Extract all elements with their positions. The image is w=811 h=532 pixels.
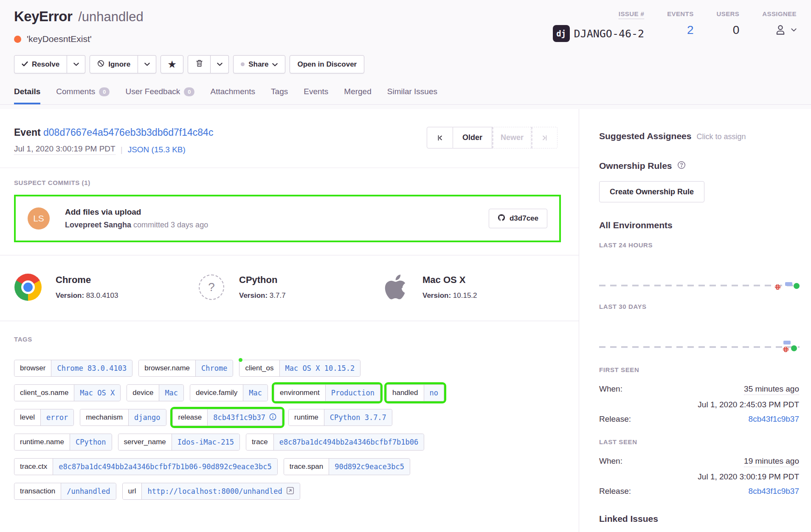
first-seen-relative-time: 35 minutes ago [744,384,799,395]
tag-pill-trace-span: trace.span 90d892c9eace3bc5 [284,458,410,475]
tag-value-link[interactable]: Mac [243,385,268,401]
issue-tabs: Details Comments0 User Feedback0 Attachm… [0,87,811,105]
tags-section: TAGS browser Chrome 83.0.4103 browser.na… [0,321,579,500]
tag-value-link[interactable]: Idos-iMac-215 [172,434,239,450]
info-icon[interactable] [269,413,276,422]
tag-value-link[interactable]: Chrome 83.0.4103 [51,360,132,376]
tag-pill-handled-highlighted: handled no [386,384,444,401]
event-id-link[interactable]: d08d7667e4a5476eb3b3db6d7f14c84c [43,127,213,138]
tag-pill-transaction: transaction /unhandled [14,483,116,500]
first-seen-marker [775,284,780,290]
tag-value-link[interactable]: Mac [159,385,183,401]
tag-value-link[interactable]: Production [326,385,380,401]
tab-comments[interactable]: Comments0 [56,87,110,104]
create-ownership-rule-button[interactable]: Create Ownership Rule [599,181,704,202]
context-runtime: ? CPython Version: 3.7.7 [197,273,381,301]
tag-pill-runtime: runtime CPython 3.7.7 [288,409,392,426]
delete-dropdown-button[interactable] [211,55,229,73]
issue-heading: KeyError /unhandled 'keyDoesntExist' [14,8,144,44]
suggested-assignees-title: Suggested Assignees [599,131,691,141]
ownership-rules-title: Ownership Rules [599,161,672,171]
tag-value-link[interactable]: CPython 3.7.7 [324,409,392,426]
tag-value-link[interactable]: django [129,409,166,426]
last-30-days-sparkline [599,341,800,353]
django-project-icon: dj [553,25,570,42]
help-circle-icon[interactable] [677,161,686,171]
error-level-dot [14,36,21,43]
issue-stats: ISSUE # dj DJANGO-46-2 EVENTS 2 USERS 0 … [553,8,797,44]
tags-heading: TAGS [14,336,565,343]
suspect-commit-row-highlighted[interactable]: LS Add files via upload Lovepreet Sangha… [14,195,561,242]
commit-sha-button[interactable]: d3d7cee [489,209,547,228]
commit-author-avatar: LS [28,207,50,230]
tab-attachments[interactable]: Attachments [210,87,255,104]
chevron-down-icon [791,28,797,32]
tag-pill-release-highlighted: release 8cb43f1c9b37 [172,409,283,426]
last-seen-absolute-time: Jul 1, 2020 3:00:19 PM PDT [599,472,799,482]
issue-culprit-path: /unhandled [78,9,143,25]
users-count[interactable]: 0 [733,23,740,37]
tag-value-link[interactable]: Mac OS X [74,385,120,401]
tag-value-link[interactable]: CPython [70,434,112,450]
tag-pill-server-name: server_name Idos-iMac-215 [118,434,240,451]
trash-icon [196,59,203,69]
all-environments-title: All Environments [599,220,799,230]
issue-short-id[interactable]: DJANGO-46-2 [574,28,645,40]
tag-pill-mechanism: mechanism django [80,409,166,426]
tag-value-link[interactable]: e8c87ba1dc494bb2a4346bcfbf7b1b06-90d892c… [53,459,277,475]
tag-value-link[interactable]: 8cb43f1c9b37 [208,409,282,426]
star-icon: ★ [168,59,176,70]
open-in-discover-button[interactable]: Open in Discover [290,55,364,73]
tag-value-link[interactable]: 90d892c9eace3bc5 [329,459,410,475]
share-button[interactable]: Share [233,55,285,73]
newest-event-button[interactable] [531,127,558,148]
resolve-dropdown-button[interactable] [67,55,85,73]
tag-value-link[interactable]: Chrome [196,360,233,376]
external-link-icon[interactable] [286,487,294,496]
tab-user-feedback[interactable]: User Feedback0 [125,87,194,104]
context-os: Mac OS X Version: 10.15.2 [381,273,564,301]
tag-pill-browser-name: browser.name Chrome [138,360,233,377]
events-label: EVENTS [667,10,693,17]
tag-value-link[interactable]: Mac OS X 10.15.2 [280,360,360,376]
apple-icon [381,273,409,301]
last-24-hours-sparkline [599,279,800,292]
issue-sidebar: Suggested Assignees Click to assign Owne… [579,109,811,532]
tab-tags[interactable]: Tags [271,87,288,104]
tab-similar-issues[interactable]: Similar Issues [387,87,437,104]
tab-merged[interactable]: Merged [344,87,371,104]
oldest-event-button[interactable] [427,127,453,148]
ignore-dropdown-button[interactable] [138,55,156,73]
event-json-link[interactable]: JSON (15.3 KB) [128,145,186,154]
older-event-button[interactable]: Older [453,127,492,148]
assignee-dropdown[interactable] [774,23,797,36]
github-icon [498,214,505,224]
stat-users: USERS 0 [717,10,740,44]
separator: | [121,145,123,154]
tag-value-link[interactable]: /unhandled [61,483,115,499]
tab-details[interactable]: Details [14,87,40,104]
bookmark-star-button[interactable]: ★ [161,55,183,73]
tag-pill-url: url http://localhost:8000/unhandled [122,483,300,500]
ignore-icon [97,60,104,69]
event-label: Event [14,127,41,138]
click-to-assign-hint: Click to assign [696,132,746,141]
newer-event-button[interactable]: Newer [492,127,531,148]
issue-detail-page: KeyError /unhandled 'keyDoesntExist' ISS… [0,0,811,532]
tab-events[interactable]: Events [304,87,328,104]
tag-value-link[interactable]: e8c87ba1dc494bb2a4346bcfbf7b1b06 [274,434,424,450]
events-count[interactable]: 2 [687,23,694,37]
tag-pill-environment-highlighted: environment Production [274,384,380,401]
ignore-button[interactable]: Ignore [90,55,138,73]
first-seen-release-link[interactable]: 8cb43f1c9b37 [749,414,799,424]
context-browser: Chrome Version: 83.0.4103 [14,273,197,301]
tag-value-link[interactable]: error [41,409,73,426]
tag-pill-level: level error [14,409,74,426]
tag-value-link[interactable]: no [424,385,444,401]
tag-pill-browser: browser Chrome 83.0.4103 [14,360,132,377]
stat-assignee: ASSIGNEE [762,10,797,44]
tag-value-link[interactable]: http://localhost:8000/unhandled [142,483,299,499]
resolve-button[interactable]: Resolve [14,55,67,73]
last-seen-release-link[interactable]: 8cb43f1c9b37 [749,487,799,496]
delete-button[interactable] [188,55,211,73]
